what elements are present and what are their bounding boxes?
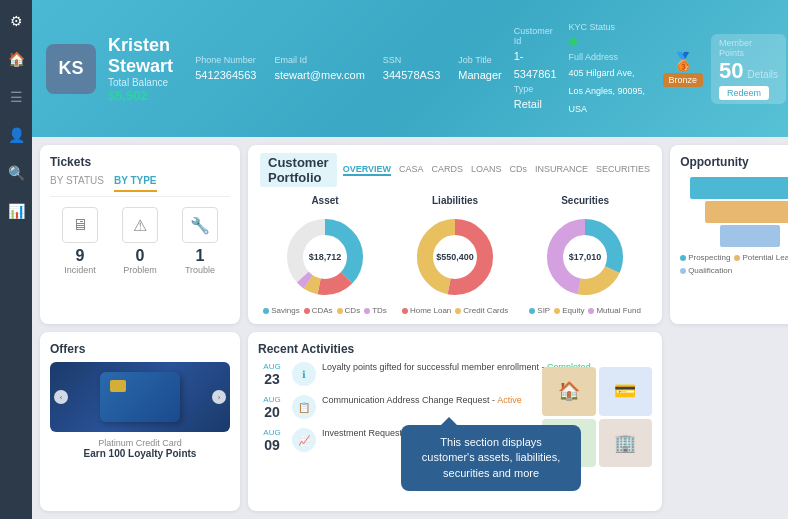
- portfolio-charts: Asset $18,712 Savings CDAs: [260, 195, 650, 315]
- asset-value: $18,712: [309, 252, 342, 262]
- member-points-label: Member Points: [719, 38, 778, 58]
- problem-count: 0: [122, 247, 158, 265]
- tab-loans[interactable]: LOANS: [471, 164, 502, 176]
- offer-image: ‹ ›: [50, 362, 230, 432]
- legend-cds: CDs: [337, 306, 361, 315]
- address-value: 405 Hilgard Ave, Los Angles, 90095, USA: [569, 68, 646, 114]
- address-field: Full Address 405 Hilgard Ave, Los Angles…: [569, 52, 651, 116]
- offer-card-name: Platinum Credit Card: [50, 438, 230, 448]
- job-title-field: Job Title Manager: [458, 55, 501, 83]
- sidebar-icon-list[interactable]: ☰: [5, 86, 27, 108]
- legend-tds: TDs: [364, 306, 387, 315]
- header-fields: Phone Number 5412364563 Email Id stewart…: [195, 55, 502, 83]
- tab-casa[interactable]: CASA: [399, 164, 424, 176]
- tab-by-status[interactable]: BY STATUS: [50, 175, 104, 192]
- legend-credit-cards: Credit Cards: [455, 306, 508, 315]
- type-label: Type: [514, 84, 557, 94]
- phone-field: Phone Number 5412364563: [195, 55, 256, 83]
- incident-icon: 🖥: [62, 207, 98, 243]
- kyc-label: KYC Status: [569, 22, 651, 32]
- kyc-address-fields: KYC Status Full Address 405 Hilgard Ave,…: [569, 22, 651, 116]
- offers-title: Offers: [50, 342, 230, 356]
- tab-securities[interactable]: SECURITIES: [596, 164, 650, 176]
- offer-desc: Earn 100 Loyalty Points: [50, 448, 230, 459]
- activity-icon-2: 📈: [292, 428, 316, 452]
- email-field: Email Id stewart@mev.com: [274, 55, 364, 83]
- securities-value: $17,010: [569, 252, 602, 262]
- avatar: KS: [46, 44, 96, 94]
- tab-cards[interactable]: CARDS: [432, 164, 464, 176]
- funnel-bar-potential: [705, 201, 788, 223]
- liabilities-legend: Home Loan Credit Cards: [390, 306, 520, 315]
- kyc-field: KYC Status: [569, 22, 651, 50]
- securities-legend: SIP Equity Mutual Fund: [520, 306, 650, 315]
- legend-cdas: CDAs: [304, 306, 333, 315]
- legend-potential-lead: Potential Lead: [734, 253, 788, 262]
- legend-home-loan: Home Loan: [402, 306, 451, 315]
- offers-card: Offers ‹ › Platinum Credit Card Earn 100…: [40, 332, 240, 511]
- badge-bronze: Bronze: [663, 73, 704, 87]
- sidebar-icon-search[interactable]: 🔍: [5, 162, 27, 184]
- activity-icon-0: ℹ: [292, 362, 316, 386]
- tab-cds[interactable]: CDs: [510, 164, 528, 176]
- trouble-label: Trouble: [182, 265, 218, 275]
- tooltip-arrow: [441, 417, 457, 425]
- customer-info: Kristen Stewart Total Balance $5,502: [108, 35, 173, 103]
- content-grid: Tickets BY STATUS BY TYPE 🖥 9 Incident ⚠…: [32, 137, 788, 519]
- trouble-icon: 🔧: [182, 207, 218, 243]
- tab-overview[interactable]: OVERVIEW: [343, 164, 391, 176]
- customer-name: Kristen Stewart: [108, 35, 173, 77]
- kyc-dot: [569, 38, 577, 46]
- legend-sip: SIP: [529, 306, 550, 315]
- tickets-tabs: BY STATUS BY TYPE: [50, 175, 230, 197]
- email-value: stewart@mev.com: [274, 69, 364, 81]
- ticket-icons: 🖥 9 Incident ⚠ 0 Problem 🔧 1 Trouble: [50, 207, 230, 275]
- sidebar-icon-chart[interactable]: 📊: [5, 200, 27, 222]
- incident-label: Incident: [62, 265, 98, 275]
- sidebar: ⚙ 🏠 ☰ 👤 🔍 📊: [0, 0, 32, 519]
- next-arrow[interactable]: ›: [212, 390, 226, 404]
- img-house: 🏠: [542, 367, 596, 416]
- details-label: Details: [748, 69, 779, 80]
- securities-title: Securities: [520, 195, 650, 206]
- portfolio-title: Customer Portfolio: [260, 153, 337, 187]
- legend-prospecting: Prospecting: [680, 253, 730, 262]
- activities-card: Recent Activities AUG 23 ℹ Loyalty point…: [248, 332, 662, 511]
- activity-icon-1: 📋: [292, 395, 316, 419]
- date-aug23: AUG 23: [258, 362, 286, 387]
- portfolio-tooltip: This section displays customer's assets,…: [401, 425, 581, 491]
- sidebar-icon-settings[interactable]: ⚙: [5, 10, 27, 32]
- opportunity-title: Opportunity: [680, 155, 788, 169]
- portfolio-tabs: OVERVIEW CASA CARDS LOANS CDs INSURANCE …: [343, 164, 650, 176]
- sidebar-icon-user[interactable]: 👤: [5, 124, 27, 146]
- id-type-fields: Customer Id 1-5347861 Type Retail: [514, 26, 557, 112]
- opportunity-card: Opportunity Prospecting Potential Lead Q…: [670, 145, 788, 324]
- tab-by-type[interactable]: BY TYPE: [114, 175, 157, 192]
- img-building: 🏢: [599, 419, 653, 468]
- tickets-title: Tickets: [50, 155, 230, 169]
- total-balance: $5,502: [108, 88, 173, 103]
- funnel-bar-prospecting: [690, 177, 788, 199]
- member-points: 50: [719, 58, 743, 84]
- job-title-value: Manager: [458, 69, 501, 81]
- portfolio-card: Customer Portfolio OVERVIEW CASA CARDS L…: [248, 145, 662, 324]
- liabilities-value: $550,400: [436, 252, 474, 262]
- ssn-field: SSN 344578AS3: [383, 55, 441, 83]
- prev-arrow[interactable]: ‹: [54, 390, 68, 404]
- liabilities-title: Liabilities: [390, 195, 520, 206]
- redeem-button[interactable]: Redeem: [719, 86, 769, 100]
- ticket-incident: 🖥 9 Incident: [62, 207, 98, 275]
- phone-value: 5412364563: [195, 69, 256, 81]
- ssn-value: 344578AS3: [383, 69, 441, 81]
- portfolio-header: Customer Portfolio OVERVIEW CASA CARDS L…: [260, 153, 650, 187]
- type-field: Type Retail: [514, 84, 557, 112]
- securities-donut: $17,010: [540, 212, 630, 302]
- tooltip-text: This section displays customer's assets,…: [422, 436, 560, 479]
- phone-label: Phone Number: [195, 55, 256, 65]
- problem-icon: ⚠: [122, 207, 158, 243]
- funnel-chart: [680, 177, 788, 247]
- sidebar-icon-home[interactable]: 🏠: [5, 48, 27, 70]
- img-card: 💳: [599, 367, 653, 416]
- funnel-bar-qualification: [720, 225, 780, 247]
- tab-insurance[interactable]: INSURANCE: [535, 164, 588, 176]
